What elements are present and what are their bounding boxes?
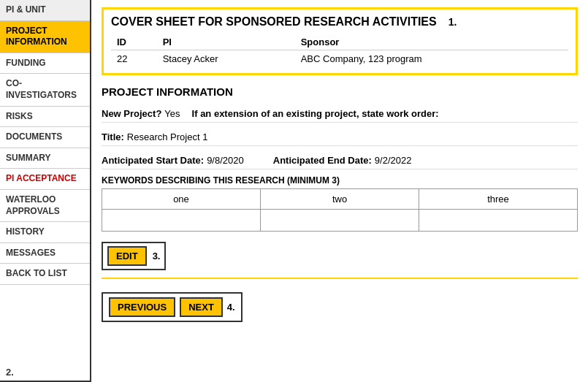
edit-box: EDIT 3. <box>102 242 166 270</box>
edit-number: 3. <box>153 251 161 261</box>
keywords-table: one two three <box>102 188 578 232</box>
sidebar-item-messages[interactable]: MESSAGES <box>0 243 90 264</box>
nav-number: 4. <box>227 302 235 313</box>
cover-sheet-title: COVER SHEET FOR SPONSORED RESEARCH ACTIV… <box>111 15 568 28</box>
next-button[interactable]: NEXT <box>180 297 223 317</box>
sidebar-item-pi-unit[interactable]: PI & UNIT <box>0 0 90 21</box>
edit-row: EDIT 3. <box>102 242 578 270</box>
cover-sheet-heading: COVER SHEET FOR SPONSORED RESEARCH ACTIV… <box>111 15 437 28</box>
sidebar-item-waterloo-approvals[interactable]: WATERLOO APPROVALS <box>0 190 90 222</box>
sidebar-item-project-information[interactable]: PROJECT INFORMATION <box>0 21 90 53</box>
sidebar-item-back-to-list[interactable]: BACK TO LIST <box>0 264 90 285</box>
cover-sheet-box: COVER SHEET FOR SPONSORED RESEARCH ACTIV… <box>102 7 578 75</box>
start-date-value: 9/8/2020 <box>207 155 244 166</box>
keyword-header-2: two <box>261 189 419 210</box>
sidebar-bottom-number: 2. <box>0 361 90 381</box>
col-header-sponsor: Sponsor <box>295 34 568 50</box>
sidebar: PI & UNIT PROJECT INFORMATION FUNDING CO… <box>0 0 91 382</box>
start-date-label: Anticipated Start Date: <box>102 155 204 166</box>
title-value: Research Project 1 <box>127 131 208 142</box>
keyword-cell-3 <box>419 210 578 232</box>
extension-label: If an extension of an existing project, … <box>192 108 439 119</box>
project-info-section: PROJECT INFORMATION New Project? Yes If … <box>102 85 578 232</box>
new-project-row: New Project? Yes If an extension of an e… <box>102 105 578 123</box>
keyword-cell-2 <box>261 210 419 232</box>
previous-button[interactable]: PREVIOUS <box>109 297 175 317</box>
sidebar-item-history[interactable]: HISTORY <box>0 222 90 243</box>
project-info-title: PROJECT INFORMATION <box>102 85 578 98</box>
keywords-title: KEYWORDS DESCRIBING THIS RESEARCH (MINIM… <box>102 175 578 186</box>
nav-box: PREVIOUS NEXT 4. <box>102 292 243 322</box>
sidebar-item-risks[interactable]: RISKS <box>0 107 90 128</box>
keyword-header-3: three <box>419 189 578 210</box>
new-project-label: New Project? <box>102 108 161 119</box>
table-row: 22 Stacey Acker ABC Company, 123 program <box>111 50 568 68</box>
cell-sponsor: ABC Company, 123 program <box>295 50 568 68</box>
title-row: Title: Research Project 1 <box>102 129 578 146</box>
sidebar-item-funding[interactable]: FUNDING <box>0 53 90 75</box>
col-header-pi: PI <box>157 34 295 50</box>
keywords-section: KEYWORDS DESCRIBING THIS RESEARCH (MINIM… <box>102 175 578 232</box>
keyword-header-1: one <box>102 189 261 210</box>
sidebar-item-documents[interactable]: DOCUMENTS <box>0 127 90 148</box>
end-date-label: Anticipated End Date: <box>273 155 372 166</box>
sidebar-item-summary[interactable]: SUMMARY <box>0 148 90 169</box>
col-header-id: ID <box>111 34 157 50</box>
new-project-value: Yes <box>164 108 180 119</box>
sidebar-item-pi-acceptance[interactable]: PI ACCEPTANCE <box>0 169 90 190</box>
title-label: Title: <box>102 131 124 142</box>
cover-sheet-number: 1. <box>448 16 457 28</box>
edit-button[interactable]: EDIT <box>107 246 147 266</box>
sidebar-item-co-investigators[interactable]: CO-INVESTIGATORS <box>0 74 90 106</box>
main-content: COVER SHEET FOR SPONSORED RESEARCH ACTIV… <box>91 0 588 382</box>
keyword-cell-1 <box>102 210 261 232</box>
cell-pi: Stacey Acker <box>157 50 295 68</box>
end-date-value: 9/2/2022 <box>375 155 412 166</box>
dates-row: Anticipated Start Date: 9/8/2020 Anticip… <box>102 152 578 169</box>
cover-sheet-table: ID PI Sponsor 22 Stacey Acker ABC Compan… <box>111 34 568 67</box>
bottom-section: PREVIOUS NEXT 4. <box>102 278 578 322</box>
cell-id: 22 <box>111 50 157 68</box>
